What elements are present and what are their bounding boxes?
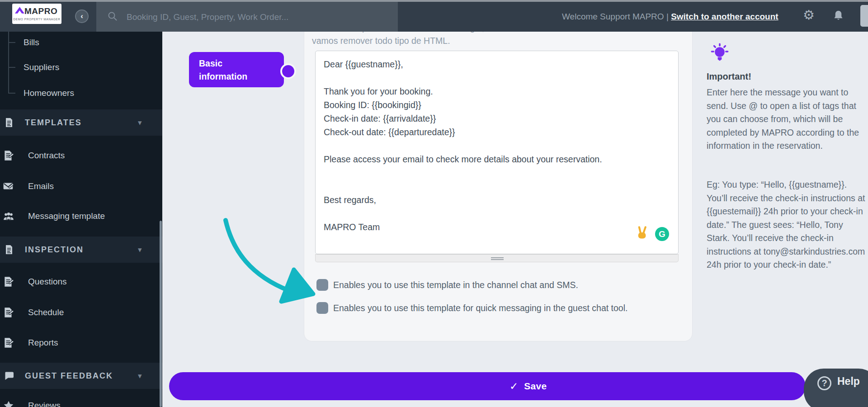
tab-basic-information[interactable]: Basic information <box>189 52 284 87</box>
intro-line: vamos remover todo tipo de HTML. <box>312 36 674 46</box>
email-icon <box>3 180 14 192</box>
sidebar-item-label: Reviews <box>28 401 61 407</box>
sidebar-scrollbar[interactable] <box>160 221 162 407</box>
logo-brand-text: MAPRO <box>24 6 57 16</box>
grammarly-icon[interactable]: G <box>655 227 669 241</box>
tab-label-line2: information <box>199 70 284 83</box>
save-button[interactable]: ✓ Save <box>169 372 806 400</box>
lightbulb-icon <box>709 43 731 64</box>
document-icon <box>4 117 14 128</box>
chevron-down-icon: ▾ <box>138 118 142 127</box>
app-logo: MAPRO DEMO PROPERTY MANAGER <box>12 4 61 24</box>
welcome-divider: | <box>666 12 671 21</box>
sidebar-item-label: Contracts <box>28 151 65 161</box>
help-panel-paragraph-2: Eg: You type: “Hello, {{guestname}}. You… <box>707 178 867 272</box>
doc-pen-icon <box>3 337 14 349</box>
checkbox-channel-chat-sms[interactable] <box>316 279 328 291</box>
sidebar-item-label: Schedule <box>28 308 64 317</box>
sidebar-item-messaging-template[interactable]: Messaging template <box>0 206 162 226</box>
check-icon: ✓ <box>509 380 518 392</box>
sidebar-item-suppliers[interactable]: Suppliers <box>0 57 162 77</box>
victory-hand-emoji <box>636 225 649 240</box>
sidebar-section-guest-feedback[interactable]: GUEST FEEDBACK ▾ <box>0 363 162 389</box>
notifications-bell-icon[interactable] <box>832 9 844 22</box>
help-label: Help <box>837 375 860 388</box>
sidebar-section-label: GUEST FEEDBACK <box>25 371 113 381</box>
grip-lines <box>491 259 504 260</box>
sidebar-item-label: Suppliers <box>24 62 59 72</box>
sidebar-item-label: Emails <box>28 181 54 191</box>
sidebar-item-label: Homeowners <box>24 88 74 98</box>
tab-step-dot <box>280 63 296 79</box>
help-button[interactable]: ? Help <box>804 369 868 407</box>
editor-resize-handle[interactable] <box>315 254 679 262</box>
welcome-area: Welcome Support MAPRO | Switch to anothe… <box>562 2 778 32</box>
save-label: Save <box>524 381 547 392</box>
help-panel-paragraph-1: Enter here the message you want to send.… <box>707 86 867 153</box>
logo-caret-icon <box>14 6 25 14</box>
message-template-editor[interactable]: Dear {{guestname}}, Thank you for your b… <box>315 51 679 254</box>
sidebar-section-templates[interactable]: TEMPLATES ▾ <box>0 109 162 136</box>
sidebar-item-reports[interactable]: Reports <box>0 333 162 353</box>
chevron-down-icon: ▾ <box>138 245 142 254</box>
grammarly-letter: G <box>659 229 665 239</box>
sidebar-item-label: Reports <box>28 338 58 348</box>
search-icon <box>107 11 118 22</box>
help-panel-heading: Important! <box>707 71 751 82</box>
chevron-left-icon: ‹ <box>80 12 83 20</box>
chat-icon <box>4 370 14 382</box>
contract-icon <box>3 150 14 161</box>
sidebar-section-label: TEMPLATES <box>25 118 82 128</box>
people-icon <box>3 210 14 222</box>
doc-pen-icon <box>3 307 14 318</box>
chevron-down-icon: ▾ <box>138 371 142 380</box>
document-icon <box>4 244 14 256</box>
settings-gear-icon[interactable]: ⚙ <box>803 9 815 22</box>
question-mark: ? <box>821 378 827 388</box>
sidebar-item-homeowners[interactable]: Homeowners <box>0 83 162 103</box>
checkbox-quick-messaging[interactable] <box>316 302 328 314</box>
sidebar-item-questions[interactable]: Questions <box>0 272 162 292</box>
tab-label-line1: Basic <box>199 57 284 70</box>
welcome-text: Welcome Support MAPRO <box>562 12 664 21</box>
sidebar-item-label: Questions <box>28 277 67 287</box>
logo-tagline: DEMO PROPERTY MANAGER <box>13 18 61 21</box>
sidebar-section-label: INSPECTION <box>25 245 84 255</box>
checkbox-label-quick-messaging: Enables you to use this template for qui… <box>333 302 627 314</box>
sidebar-collapse-button[interactable]: ‹ <box>75 9 89 23</box>
search-input[interactable] <box>126 2 390 33</box>
question-circle-icon: ? <box>817 376 831 390</box>
sidebar-item-schedule[interactable]: Schedule <box>0 303 162 322</box>
grip-lines <box>491 257 504 258</box>
sidebar-nav: Bills Suppliers Homeowners TEMPLATES ▾ C… <box>0 32 162 407</box>
sidebar-item-emails[interactable]: Emails <box>0 176 162 196</box>
sidebar-item-label: Bills <box>24 38 39 47</box>
sidebar-section-inspection[interactable]: INSPECTION ▾ <box>0 237 162 263</box>
star-icon <box>3 400 14 407</box>
sidebar-item-bills[interactable]: Bills <box>0 33 162 52</box>
sidebar-item-label: Messaging template <box>28 211 105 221</box>
doc-pen-icon <box>3 276 14 288</box>
sidebar-item-reviews[interactable]: Reviews <box>0 396 162 407</box>
user-avatar[interactable] <box>860 5 868 27</box>
sidebar-item-contracts[interactable]: Contracts <box>0 146 162 166</box>
checkbox-label-channel-chat-sms: Enables you to use this template in the … <box>333 279 578 291</box>
topbar-top-strip <box>0 0 868 2</box>
switch-account-link[interactable]: Switch to another account <box>671 12 778 21</box>
